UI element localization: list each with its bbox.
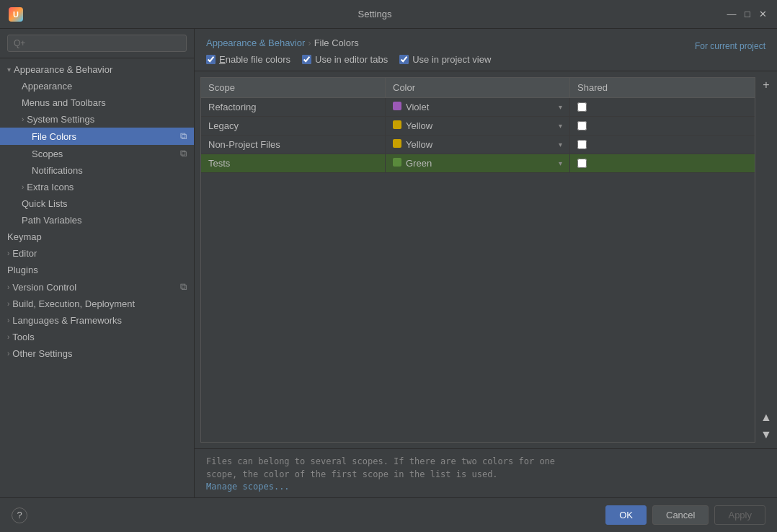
chevron-right-icon: › [7, 300, 9, 308]
info-text-line2: scope, the color of the first scope in t… [206, 468, 765, 481]
sidebar-item-system-settings[interactable]: › System Settings [0, 111, 194, 128]
enable-file-colors-checkbox[interactable]: Enable file colors [206, 54, 290, 65]
sidebar-item-keymap[interactable]: Keymap [0, 229, 194, 245]
content-body: Scope Color Shared Refactoring Viole [195, 71, 777, 497]
use-in-editor-tabs-input[interactable] [302, 55, 311, 64]
copy-icon: ⧉ [180, 130, 187, 142]
sidebar-item-label: Extra Icons [27, 182, 74, 192]
file-colors-table[interactable]: Scope Color Shared Refactoring Viole [200, 77, 755, 443]
scroll-down-button[interactable]: ▼ [758, 427, 774, 443]
sidebar-item-label: Editor [12, 248, 37, 259]
cancel-button[interactable]: Cancel [652, 505, 709, 525]
sidebar-item-plugins[interactable]: Plugins [0, 262, 194, 278]
table-row[interactable]: Tests Green ▾ [201, 154, 755, 173]
shared-cell [570, 98, 755, 116]
sidebar-item-label: Tools [12, 332, 34, 342]
color-cell[interactable]: Yellow ▾ [386, 117, 570, 135]
sidebar-item-label: Quick Lists [22, 198, 68, 209]
use-in-project-view-checkbox[interactable]: Use in project view [399, 54, 491, 65]
sidebar-item-label: Build, Execution, Deployment [12, 298, 135, 309]
color-dropdown[interactable]: Yellow ▾ [393, 120, 562, 131]
color-dropdown[interactable]: Green ▾ [393, 158, 562, 169]
shared-cell [570, 154, 755, 172]
sidebar-item-languages-frameworks[interactable]: › Languages & Frameworks [0, 312, 194, 329]
content-area: Appearance & Behavior › File Colors For … [195, 29, 777, 497]
copy-icon: ⧉ [180, 281, 187, 293]
chevron-down-icon: ▾ [559, 103, 562, 111]
sidebar-item-scopes[interactable]: Scopes ⧉ [0, 145, 194, 162]
sidebar-item-label: Scopes [32, 148, 63, 159]
close-button[interactable]: ✕ [758, 9, 768, 19]
color-cell[interactable]: Violet ▾ [386, 98, 570, 116]
sidebar-nav: ▾ Appearance & Behavior Appearance Menus… [0, 58, 194, 497]
shared-checkbox[interactable] [577, 102, 587, 112]
maximize-button[interactable]: □ [742, 9, 752, 19]
chevron-right-icon: › [7, 249, 9, 257]
sidebar-item-notifications[interactable]: Notifications [0, 162, 194, 179]
scroll-up-button[interactable]: ▲ [758, 409, 774, 425]
shared-checkbox[interactable] [577, 121, 587, 130]
sidebar-item-label: Path Variables [22, 215, 82, 226]
search-box [0, 29, 194, 58]
sidebar-item-label: Languages & Frameworks [12, 315, 122, 326]
table-header: Scope Color Shared [201, 78, 755, 98]
current-project-link[interactable]: For current project [695, 41, 765, 51]
table-row[interactable]: Legacy Yellow ▾ [201, 117, 755, 136]
footer-buttons: OK Cancel Apply [605, 505, 765, 525]
table-actions: + ▲ ▼ [755, 71, 777, 448]
use-in-project-view-label: Use in project view [412, 54, 491, 65]
window-controls: — □ ✕ [727, 9, 768, 19]
chevron-down-icon: ▾ [559, 159, 562, 167]
use-in-project-view-input[interactable] [399, 55, 409, 64]
table-row[interactable]: Refactoring Violet ▾ [201, 98, 755, 117]
sidebar-item-file-colors[interactable]: File Colors ⧉ [0, 128, 194, 145]
color-swatch [393, 139, 401, 148]
apply-button[interactable]: Apply [714, 505, 765, 525]
breadcrumb-current: File Colors [314, 37, 359, 48]
color-swatch [393, 158, 401, 167]
chevron-right-icon: › [22, 115, 24, 123]
sidebar-item-extra-icons[interactable]: › Extra Icons [0, 179, 194, 195]
sidebar-item-build-execution[interactable]: › Build, Execution, Deployment [0, 296, 194, 312]
sidebar-item-path-variables[interactable]: Path Variables [0, 212, 194, 229]
ok-button[interactable]: OK [605, 505, 647, 525]
chevron-right-icon: › [7, 316, 9, 324]
sidebar-item-label: Appearance [22, 81, 72, 92]
shared-checkbox[interactable] [577, 140, 587, 149]
sidebar-item-appearance-behavior[interactable]: ▾ Appearance & Behavior [0, 61, 194, 78]
sidebar-item-label: Version Control [12, 282, 76, 293]
search-input[interactable] [7, 35, 187, 52]
sidebar-item-label: Plugins [7, 265, 38, 275]
sidebar-item-menus-toolbars[interactable]: Menus and Toolbars [0, 94, 194, 111]
sidebar-item-label: File Colors [32, 131, 76, 142]
sidebar-item-version-control[interactable]: › Version Control ⧉ [0, 278, 194, 296]
chevron-down-icon: ▾ [559, 141, 562, 148]
add-row-button[interactable]: + [758, 77, 774, 93]
scope-cell: Tests [201, 154, 386, 172]
use-in-editor-tabs-checkbox[interactable]: Use in editor tabs [302, 54, 388, 65]
minimize-button[interactable]: — [727, 9, 737, 19]
bottom-info: Files can belong to several scopes. If t… [195, 448, 777, 497]
breadcrumb-parent[interactable]: Appearance & Behavior [206, 37, 305, 48]
help-button[interactable]: ? [12, 507, 27, 523]
manage-scopes-link[interactable]: Manage scopes... [206, 482, 290, 492]
color-dropdown[interactable]: Yellow ▾ [393, 139, 562, 150]
sidebar-item-editor[interactable]: › Editor [0, 245, 194, 262]
sidebar-item-tools[interactable]: › Tools [0, 329, 194, 345]
sidebar-item-other-settings[interactable]: › Other Settings [0, 345, 194, 362]
color-cell[interactable]: Green ▾ [386, 154, 570, 172]
shared-checkbox[interactable] [577, 159, 587, 168]
color-header: Color [386, 78, 570, 97]
table-row[interactable]: Non-Project Files Yellow ▾ [201, 136, 755, 154]
settings-window: U Settings — □ ✕ ▾ Appearance & Behavior… [0, 0, 777, 532]
sidebar-item-quick-lists[interactable]: Quick Lists [0, 195, 194, 212]
color-dropdown[interactable]: Violet ▾ [393, 102, 562, 112]
sidebar-item-label: Appearance & Behavior [14, 64, 112, 75]
sidebar-item-appearance[interactable]: Appearance [0, 78, 194, 94]
chevron-right-icon: › [7, 333, 9, 341]
enable-file-colors-input[interactable] [206, 55, 216, 64]
color-cell[interactable]: Yellow ▾ [386, 136, 570, 154]
footer: ? OK Cancel Apply [0, 497, 777, 532]
sidebar: ▾ Appearance & Behavior Appearance Menus… [0, 29, 195, 497]
scope-cell: Refactoring [201, 98, 386, 116]
